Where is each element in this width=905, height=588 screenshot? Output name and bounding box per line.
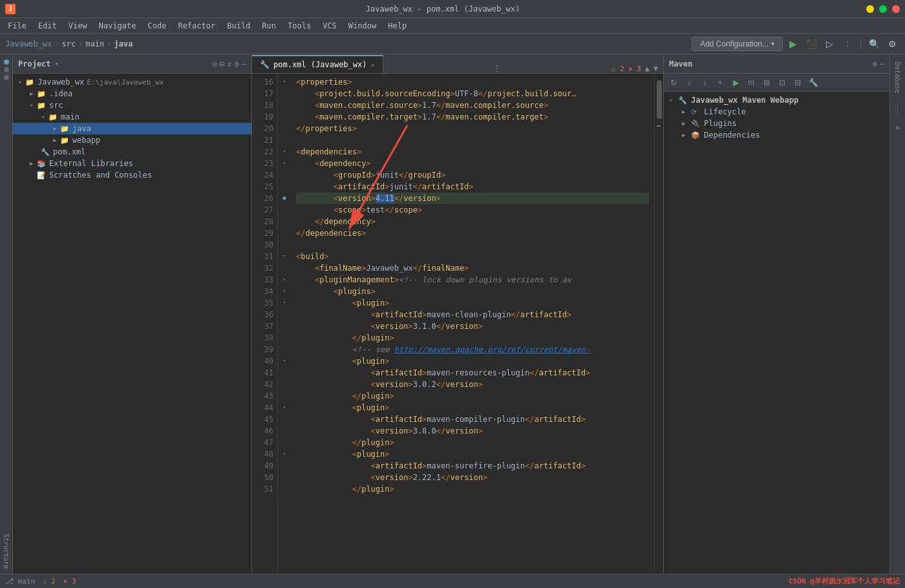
menu-navigate[interactable]: Navigate xyxy=(94,20,142,32)
gutter-35[interactable]: ▾ xyxy=(278,297,291,309)
breadcrumb-java[interactable]: java xyxy=(114,39,133,48)
code-line-18: <maven.compiler.source>1.7</maven.compil… xyxy=(296,100,649,111)
menu-build[interactable]: Build xyxy=(222,20,255,32)
menu-window[interactable]: Window xyxy=(343,20,381,32)
code-line-27: <scope>test</scope> xyxy=(296,204,649,216)
maven-collapse-button[interactable]: ⊟ xyxy=(791,76,805,90)
gutter-31[interactable]: ▾ xyxy=(278,251,291,262)
gutter-22[interactable]: ▾ xyxy=(278,146,291,158)
tree-java[interactable]: ▶ 📁 java xyxy=(13,123,251,134)
add-configuration-button[interactable]: Add Configuration... ▾ xyxy=(692,37,783,51)
maven-download-button[interactable]: ↓ xyxy=(682,76,696,90)
line-numbers: 1617181920 2122232425 2627282930 3132333… xyxy=(252,74,278,574)
code-line-32: <finalName>Javaweb_wx</finalName> xyxy=(296,262,649,274)
menu-tools[interactable]: Tools xyxy=(282,20,316,32)
code-line-40: <plugin> xyxy=(296,355,649,367)
project-settings-icon[interactable]: ⚙ xyxy=(235,59,239,68)
menu-run[interactable]: Run xyxy=(257,20,281,32)
code-editor[interactable]: <properties> <project.build.sourceEncodi… xyxy=(291,74,654,574)
database-label[interactable]: Database xyxy=(893,59,902,96)
maven-plugins[interactable]: ▶ 🔌 Plugins xyxy=(664,118,889,129)
git-branch[interactable]: ⎇ main xyxy=(5,577,35,585)
maven-root[interactable]: ▾ 🔧 Javaweb_wx Maven Webapp xyxy=(664,94,889,106)
menu-file[interactable]: File xyxy=(3,20,32,32)
maven-run-button[interactable]: ▶ xyxy=(729,76,743,90)
close-button[interactable] xyxy=(892,5,900,13)
maximize-button[interactable] xyxy=(879,5,887,13)
gutter-25 xyxy=(278,181,291,193)
idea-label: .idea xyxy=(49,89,72,98)
more-run-button[interactable]: ⋮ xyxy=(840,36,855,52)
maven-download-sources-button[interactable]: ↓ xyxy=(697,76,712,90)
maven-minimize-icon[interactable]: − xyxy=(880,59,884,68)
code-line-48: <plugin> xyxy=(296,448,649,460)
code-line-42: <version>3.0.2</version> xyxy=(296,379,649,390)
breadcrumb-src[interactable]: src xyxy=(61,39,76,48)
project-hide-icon[interactable]: − xyxy=(242,59,246,68)
editor-tab-pom[interactable]: 🔧 pom.xml (Javaweb_wx) ✕ xyxy=(252,55,383,73)
scroll-down-icon[interactable]: ▼ xyxy=(654,64,658,73)
tree-root[interactable]: ▾ 📁 Javaweb_wx E:\java\Javaweb_wx xyxy=(13,76,251,88)
tab-close-button[interactable]: ✕ xyxy=(371,61,375,68)
project-panel-dropdown[interactable]: ▾ xyxy=(55,60,59,67)
gutter-33[interactable]: ▾ xyxy=(278,274,291,286)
gutter-48[interactable]: ▾ xyxy=(278,448,291,460)
locate-file-icon[interactable]: ◎ xyxy=(213,59,217,68)
scroll-up-icon[interactable]: ▲ xyxy=(645,64,650,73)
tree-main[interactable]: ▾ 📁 main xyxy=(13,111,251,123)
maven-execute-button[interactable]: 🔧 xyxy=(806,76,820,90)
collapse-all-icon[interactable]: ⊟ xyxy=(220,59,224,68)
tree-src[interactable]: ▾ 📁 src xyxy=(13,100,251,111)
maven-settings-icon[interactable]: ⚙ xyxy=(873,59,877,68)
error-indicator: ✕ 3 xyxy=(63,577,76,585)
run-with-coverage-button[interactable]: ▷ xyxy=(822,36,837,52)
minimize-button[interactable] xyxy=(866,5,874,13)
webapp-label: webapp xyxy=(72,136,100,145)
structure-label[interactable]: Structure xyxy=(3,534,10,569)
debug-button[interactable]: ⬛ xyxy=(804,36,819,52)
gutter-34[interactable]: ▾ xyxy=(278,286,291,297)
search-everywhere-button[interactable]: 🔍 xyxy=(866,36,882,52)
gutter-16[interactable]: ▾ xyxy=(278,76,291,88)
code-line-26: <version>4.11</version> xyxy=(296,193,649,204)
gutter-42 xyxy=(278,379,291,390)
gutter-29 xyxy=(278,227,291,239)
maven-refresh-button[interactable]: ↻ xyxy=(666,76,681,90)
deps-icon: 📦 xyxy=(691,131,701,140)
settings-button[interactable]: ⚙ xyxy=(884,36,900,52)
scrollbar-thumb[interactable] xyxy=(657,80,662,119)
maven-expand-button[interactable]: ⊡ xyxy=(775,76,789,90)
maven-toggle-button[interactable]: ⊞ xyxy=(760,76,774,90)
breadcrumb-main[interactable]: main xyxy=(85,39,104,48)
project-panel: Project ▾ ◎ ⊟ ↕ ⚙ − ▾ 📁 Javaweb_wx E:\ja… xyxy=(13,54,252,574)
run-button[interactable]: ▶ xyxy=(785,36,801,52)
maven-dependencies[interactable]: ▶ 📦 Dependencies xyxy=(664,129,889,141)
tree-webapp[interactable]: ▶ 📁 webapp xyxy=(13,134,251,146)
code-line-36: <artifactId>maven-clean-plugin</artifact… xyxy=(296,309,649,320)
gutter-44[interactable]: ▾ xyxy=(278,402,291,414)
maven-skip-tests-button[interactable]: m xyxy=(744,76,758,90)
scratches-icon: 📝 xyxy=(36,170,47,180)
deps-label: Dependencies xyxy=(704,131,760,140)
menu-code[interactable]: Code xyxy=(143,20,172,32)
maven-lifecycle[interactable]: ▶ ⟳ Lifecycle xyxy=(664,106,889,118)
tree-idea[interactable]: ▶ 📁 .idea xyxy=(13,88,251,100)
gutter-23[interactable]: ▾ xyxy=(278,158,291,169)
menu-edit[interactable]: Edit xyxy=(33,20,62,32)
root-label: Javaweb_wx xyxy=(37,78,84,87)
tree-external-libs[interactable]: ▶ 📚 External Libraries xyxy=(13,158,251,169)
gutter-21 xyxy=(278,134,291,146)
right-strip-icon[interactable]: ≡ xyxy=(894,121,900,134)
tab-overflow-button[interactable]: ⋮ xyxy=(488,64,506,73)
gutter-40[interactable]: ▾ xyxy=(278,355,291,367)
menu-vcs[interactable]: VCS xyxy=(317,20,342,32)
menu-help[interactable]: Help xyxy=(383,20,412,32)
menu-view[interactable]: View xyxy=(63,20,92,32)
sort-icon[interactable]: ↕ xyxy=(227,59,231,68)
menu-refactor[interactable]: Refactor xyxy=(173,20,220,32)
tree-scratches[interactable]: ▶ 📝 Scratches and Consoles xyxy=(13,169,251,181)
maven-add-button[interactable]: + xyxy=(713,76,727,90)
tree-pom[interactable]: ▶ 🔧 pom.xml xyxy=(13,146,251,158)
lifecycle-arrow: ▶ xyxy=(682,109,691,115)
breadcrumb-project[interactable]: Javaweb_wx xyxy=(5,39,52,48)
